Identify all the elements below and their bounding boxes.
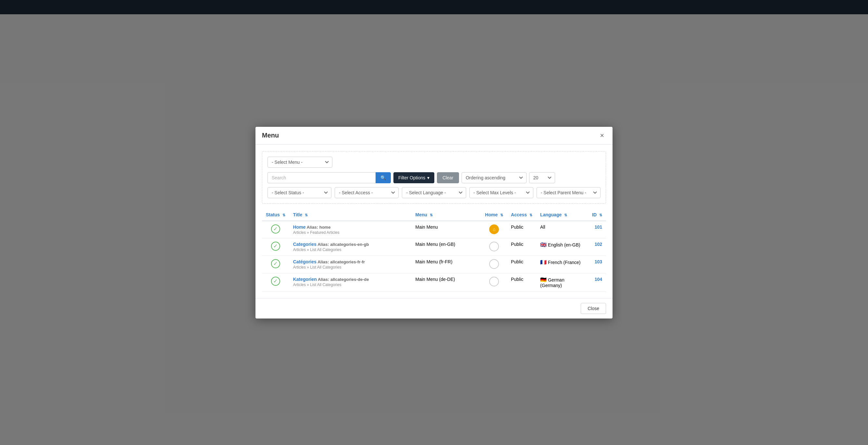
modal-body: - Select Menu - 🔍 Filter Options ▾: [255, 145, 613, 298]
cell-home[interactable]: [481, 238, 507, 255]
access-filter-select[interactable]: - Select Access - Public Registered Spec…: [335, 187, 399, 198]
search-input[interactable]: [268, 172, 376, 183]
modal-close-button[interactable]: ×: [598, 131, 606, 140]
status-check-icon[interactable]: ✓: [271, 259, 280, 268]
chevron-down-icon: ▾: [427, 175, 430, 180]
ordering-select[interactable]: Ordering ascending Ordering descending T…: [462, 172, 527, 183]
cell-language: 🇬🇧English (en-GB): [536, 238, 588, 255]
item-breadcrumb: Articles » List All Categories: [293, 282, 408, 287]
home-active-icon[interactable]: ⌂: [489, 225, 499, 234]
th-access[interactable]: Access ⇅: [507, 209, 536, 221]
cell-menu: Main Menu (fr-FR): [412, 255, 482, 273]
th-home[interactable]: Home ⇅: [481, 209, 507, 221]
item-breadcrumb: Articles » List All Categories: [293, 265, 408, 270]
menu-table: Status ⇅ Title ⇅ Menu ⇅ Home: [262, 209, 606, 292]
cell-access: Public: [507, 255, 536, 273]
table-row: ✓Kategorien Alias: allcategories-de-deAr…: [262, 273, 606, 291]
language-flag-icon: 🇬🇧: [540, 242, 547, 247]
status-check-icon[interactable]: ✓: [271, 225, 280, 234]
cell-id: 103: [588, 255, 606, 273]
filter-box: - Select Menu - 🔍 Filter Options ▾: [262, 151, 606, 204]
table-header: Status ⇅ Title ⇅ Menu ⇅ Home: [262, 209, 606, 221]
status-check-icon[interactable]: ✓: [271, 242, 280, 251]
cell-id: 102: [588, 238, 606, 255]
select-menu-dropdown[interactable]: - Select Menu -: [268, 157, 332, 168]
search-input-wrapper: 🔍: [268, 172, 391, 183]
cell-language: 🇫🇷French (France): [536, 255, 588, 273]
th-id[interactable]: ID ⇅: [588, 209, 606, 221]
item-alias: Alias: home: [306, 225, 331, 230]
cell-id: 104: [588, 273, 606, 291]
filter-options-label: Filter Options: [398, 175, 425, 180]
search-row: 🔍 Filter Options ▾ Clear Ordering ascend…: [268, 172, 600, 183]
cell-access: Public: [507, 238, 536, 255]
clear-button[interactable]: Clear: [437, 172, 459, 183]
cell-status: ✓: [262, 221, 289, 238]
filter-options-button[interactable]: Filter Options ▾: [394, 172, 434, 183]
item-title-link[interactable]: Home Alias: home: [293, 225, 331, 230]
sort-home-icon: ⇅: [500, 213, 503, 217]
sort-menu-icon: ⇅: [430, 213, 433, 217]
status-check-icon[interactable]: ✓: [271, 277, 280, 286]
th-language[interactable]: Language ⇅: [536, 209, 588, 221]
modal-title: Menu: [262, 132, 279, 139]
language-flag-icon: 🇫🇷: [540, 260, 547, 265]
cell-language: All: [536, 221, 588, 238]
parent-menu-filter-select[interactable]: - Select Parent Menu -: [536, 187, 600, 198]
modal-footer: Close: [255, 298, 613, 318]
table-row: ✓Home Alias: homeArticles » Featured Art…: [262, 221, 606, 238]
item-title-link[interactable]: Catégories Alias: allcategories-fr-fr: [293, 259, 365, 264]
item-title-link[interactable]: Kategorien Alias: allcategories-de-de: [293, 277, 369, 282]
item-breadcrumb: Articles » List All Categories: [293, 247, 408, 252]
modal-overlay: Menu × - Select Menu - 🔍: [0, 0, 868, 445]
search-icon: 🔍: [380, 175, 386, 180]
th-title[interactable]: Title ⇅: [289, 209, 412, 221]
home-inactive-icon[interactable]: [489, 242, 499, 251]
cell-home[interactable]: [481, 273, 507, 291]
cell-id: 101: [588, 221, 606, 238]
cell-language: 🇩🇪German (Germany): [536, 273, 588, 291]
select-menu-row: - Select Menu -: [268, 157, 600, 168]
status-filter-select[interactable]: - Select Status - Published Unpublished …: [268, 187, 332, 198]
th-menu[interactable]: Menu ⇅: [412, 209, 482, 221]
item-alias: Alias: allcategories-fr-fr: [316, 260, 365, 264]
modal-header: Menu ×: [255, 127, 613, 145]
cell-title: Home Alias: homeArticles » Featured Arti…: [289, 221, 412, 238]
language-flag-icon: 🇩🇪: [540, 277, 547, 282]
table-body: ✓Home Alias: homeArticles » Featured Art…: [262, 221, 606, 292]
filter-row: - Select Status - Published Unpublished …: [268, 187, 600, 198]
cell-home[interactable]: ⌂: [481, 221, 507, 238]
cell-access: Public: [507, 221, 536, 238]
cell-title: Categories Alias: allcategories-en-gbArt…: [289, 238, 412, 255]
cell-title: Catégories Alias: allcategories-fr-frArt…: [289, 255, 412, 273]
item-alias: Alias: allcategories-de-de: [317, 277, 369, 282]
sort-status-icon: ⇅: [282, 213, 285, 217]
cell-menu: Main Menu (de-DE): [412, 273, 482, 291]
cell-home[interactable]: [481, 255, 507, 273]
sort-language-icon: ⇅: [564, 213, 567, 217]
item-alias: Alias: allcategories-en-gb: [316, 242, 369, 247]
table-row: ✓Categories Alias: allcategories-en-gbAr…: [262, 238, 606, 255]
sort-id-icon: ⇅: [599, 213, 602, 217]
home-inactive-icon[interactable]: [489, 259, 499, 269]
item-breadcrumb: Articles » Featured Articles: [293, 230, 408, 235]
cell-status: ✓: [262, 238, 289, 255]
per-page-select[interactable]: 20 5 10 15 25 50 100: [529, 172, 555, 183]
max-levels-filter-select[interactable]: - Select Max Levels - 1 2 3: [469, 187, 533, 198]
cell-title: Kategorien Alias: allcategories-de-deArt…: [289, 273, 412, 291]
home-inactive-icon[interactable]: [489, 277, 499, 286]
sort-title-icon: ⇅: [305, 213, 308, 217]
sort-access-icon: ⇅: [529, 213, 532, 217]
cell-access: Public: [507, 273, 536, 291]
close-button[interactable]: Close: [581, 303, 606, 314]
language-filter-select[interactable]: - Select Language - All English (en-GB) …: [402, 187, 466, 198]
cell-status: ✓: [262, 273, 289, 291]
item-title-link[interactable]: Categories Alias: allcategories-en-gb: [293, 242, 369, 247]
cell-menu: Main Menu: [412, 221, 482, 238]
cell-menu: Main Menu (en-GB): [412, 238, 482, 255]
search-button[interactable]: 🔍: [376, 172, 391, 183]
table-row: ✓Catégories Alias: allcategories-fr-frAr…: [262, 255, 606, 273]
cell-status: ✓: [262, 255, 289, 273]
th-status[interactable]: Status ⇅: [262, 209, 289, 221]
modal-dialog: Menu × - Select Menu - 🔍: [255, 127, 613, 318]
